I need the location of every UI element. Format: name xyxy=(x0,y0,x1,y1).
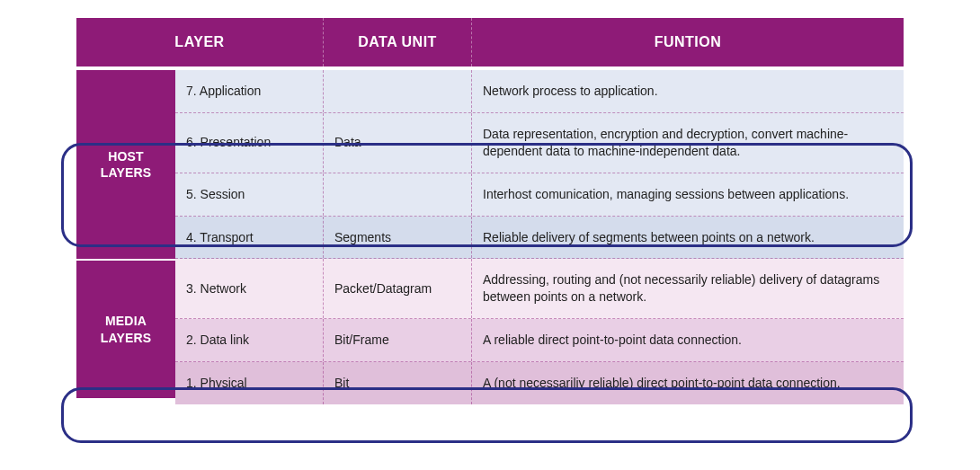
group-media-layers: MEDIALAYERS xyxy=(76,261,175,398)
row-transport: 4. Transport Segments Reliable delivery … xyxy=(175,217,904,260)
row-application: 7. Application Network process to applic… xyxy=(175,70,904,113)
cell-data-unit: Packet/Datagram xyxy=(324,259,472,318)
row-network: 3. Network Packet/Datagram Addressing, r… xyxy=(175,259,904,319)
cell-data-unit: Bit/Frame xyxy=(324,319,472,361)
cell-function: Network process to application. xyxy=(472,70,904,112)
row-session: 5. Session Interhost comunication, manag… xyxy=(175,173,904,217)
cell-function: A reliable direct point-to-point data co… xyxy=(472,319,904,361)
header-function: FUNTION xyxy=(472,18,904,67)
cell-layer: 1. Physical xyxy=(175,362,324,404)
cell-layer: 7. Application xyxy=(175,70,324,112)
cell-function: Interhost comunication, managing session… xyxy=(472,173,904,216)
table-rows: 7. Application Network process to applic… xyxy=(175,70,904,404)
cell-layer: 3. Network xyxy=(175,259,324,318)
row-physical: 1. Physical Bit A (not necessariliy reli… xyxy=(175,362,904,404)
header-layer: LAYER xyxy=(76,18,324,67)
cell-data-unit xyxy=(324,173,472,216)
group-host-layers: HOSTLAYERS xyxy=(76,70,175,261)
table-header: LAYER DATA UNIT FUNTION xyxy=(76,18,904,70)
cell-layer: 5. Session xyxy=(175,173,324,216)
cell-data-unit xyxy=(324,70,472,112)
cell-data-unit: Bit xyxy=(324,362,472,404)
cell-data-unit: Data xyxy=(324,113,472,173)
cell-function: Reliable delivery of segments between po… xyxy=(472,217,904,259)
osi-table: LAYER DATA UNIT FUNTION HOSTLAYERS MEDIA… xyxy=(76,18,904,404)
cell-layer: 6. Presentation xyxy=(175,113,324,173)
cell-function: Data representation, encryption and decr… xyxy=(472,113,904,173)
table-body: HOSTLAYERS MEDIALAYERS 7. Application Ne… xyxy=(76,70,904,404)
row-data-link: 2. Data link Bit/Frame A reliable direct… xyxy=(175,319,904,362)
header-data-unit: DATA UNIT xyxy=(324,18,472,67)
side-labels: HOSTLAYERS MEDIALAYERS xyxy=(76,70,175,404)
cell-function: Addressing, routing and (not necessarily… xyxy=(472,259,904,318)
row-presentation: 6. Presentation Data Data representation… xyxy=(175,113,904,173)
cell-layer: 2. Data link xyxy=(175,319,324,361)
group-media-text: MEDIALAYERS xyxy=(101,313,152,345)
cell-function: A (not necessariliy reliable) direct poi… xyxy=(472,362,904,404)
group-host-text: HOSTLAYERS xyxy=(101,148,152,181)
cell-layer: 4. Transport xyxy=(175,217,324,259)
cell-data-unit: Segments xyxy=(324,217,472,259)
